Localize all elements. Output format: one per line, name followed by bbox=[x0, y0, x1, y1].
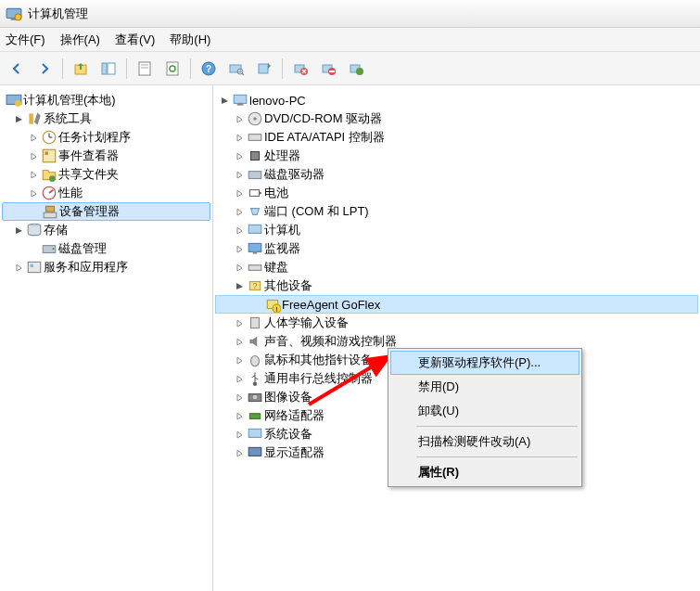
svg-rect-55 bbox=[253, 251, 258, 253]
right-disk-drives[interactable]: 磁盘驱动器 bbox=[215, 165, 698, 184]
show-hide-tree-button[interactable] bbox=[95, 56, 121, 82]
expand-icon[interactable] bbox=[234, 187, 245, 199]
left-device-manager[interactable]: 设备管理器 bbox=[2, 202, 210, 221]
disk-drive-icon bbox=[247, 166, 263, 183]
left-root[interactable]: 计算机管理(本地) bbox=[2, 91, 210, 109]
right-hid[interactable]: 人体学输入设备 bbox=[215, 314, 698, 332]
left-shared-folders[interactable]: 共享文件夹 bbox=[2, 165, 210, 184]
expand-icon[interactable] bbox=[234, 262, 245, 273]
expand-icon[interactable] bbox=[234, 113, 245, 124]
svg-rect-49 bbox=[251, 152, 260, 161]
disable-button[interactable] bbox=[315, 56, 341, 82]
svg-rect-32 bbox=[43, 149, 56, 162]
collapse-icon[interactable] bbox=[13, 113, 24, 124]
expand-icon[interactable] bbox=[234, 132, 245, 143]
left-task-scheduler[interactable]: 任务计划程序 bbox=[2, 128, 210, 147]
menu-view[interactable]: 查看(V) bbox=[115, 32, 155, 48]
expand-icon[interactable] bbox=[234, 410, 245, 421]
help-button[interactable]: ? bbox=[196, 56, 222, 82]
scan-button[interactable] bbox=[223, 56, 249, 82]
svg-point-64 bbox=[253, 381, 258, 386]
right-freeagent[interactable]: !FreeAgent GoFlex bbox=[215, 295, 698, 314]
expand-icon[interactable] bbox=[234, 373, 245, 384]
hid-icon bbox=[247, 315, 263, 331]
left-event-viewer[interactable]: 事件查看器 bbox=[2, 147, 210, 165]
disk-icon bbox=[41, 240, 57, 257]
toolbar-separator bbox=[190, 58, 191, 79]
left-performance[interactable]: 性能 bbox=[2, 184, 210, 202]
left-tree-pane[interactable]: 计算机管理(本地) 系统工具 任务计划程序 事件查看器 共享文件夹 bbox=[0, 85, 213, 591]
keyboard-icon bbox=[247, 259, 263, 276]
expand-icon[interactable] bbox=[234, 317, 245, 328]
expand-icon[interactable] bbox=[234, 225, 245, 236]
mouse-icon bbox=[247, 352, 263, 368]
toolbar: ? bbox=[0, 52, 700, 85]
services-apps-label: 服务和应用程序 bbox=[44, 259, 128, 276]
right-tree-pane[interactable]: lenovo-PC DVD/CD-ROM 驱动器 IDE ATA/ATAPI 控… bbox=[213, 85, 700, 591]
menu-file[interactable]: 文件(F) bbox=[6, 32, 45, 48]
enable-button[interactable] bbox=[343, 56, 369, 82]
shared-folders-label: 共享文件夹 bbox=[58, 166, 119, 183]
port-icon bbox=[247, 203, 263, 220]
right-keyboards[interactable]: 键盘 bbox=[215, 258, 698, 276]
menu-action[interactable]: 操作(A) bbox=[60, 32, 100, 48]
right-processors[interactable]: 处理器 bbox=[215, 147, 698, 165]
left-storage[interactable]: 存储 bbox=[2, 221, 210, 239]
uninstall-button[interactable] bbox=[287, 56, 313, 82]
right-other-devices[interactable]: ?其他设备 bbox=[215, 276, 698, 295]
ctx-uninstall[interactable]: 卸载(U) bbox=[390, 399, 579, 423]
collapse-icon[interactable] bbox=[219, 95, 230, 106]
device-manager-icon bbox=[42, 203, 58, 220]
refresh-button[interactable] bbox=[159, 56, 185, 82]
svg-rect-42 bbox=[28, 262, 41, 272]
expand-icon[interactable] bbox=[13, 262, 24, 273]
event-viewer-label: 事件查看器 bbox=[58, 148, 119, 164]
update-driver-button[interactable] bbox=[251, 56, 277, 82]
collapse-icon[interactable] bbox=[13, 225, 24, 236]
left-system-tools[interactable]: 系统工具 bbox=[2, 109, 210, 128]
ctx-disable[interactable]: 禁用(D) bbox=[390, 375, 579, 399]
right-root[interactable]: lenovo-PC bbox=[215, 91, 698, 109]
expand-icon[interactable] bbox=[234, 243, 245, 254]
shared-folder-icon bbox=[41, 166, 57, 183]
app-icon bbox=[6, 6, 22, 22]
expand-icon[interactable] bbox=[234, 392, 245, 403]
display-adapter-icon bbox=[247, 444, 263, 461]
expand-icon[interactable] bbox=[234, 336, 245, 347]
ctx-update-driver[interactable]: 更新驱动程序软件(P)... bbox=[390, 351, 579, 375]
expand-icon[interactable] bbox=[234, 354, 245, 366]
collapse-icon[interactable] bbox=[234, 280, 245, 291]
menu-help[interactable]: 帮助(H) bbox=[170, 32, 210, 48]
left-disk-management[interactable]: 磁盘管理 bbox=[2, 239, 210, 258]
expand-icon[interactable] bbox=[234, 447, 245, 458]
expand-icon[interactable] bbox=[234, 429, 245, 440]
ctx-separator bbox=[416, 456, 578, 457]
up-button[interactable] bbox=[68, 56, 94, 82]
right-ports[interactable]: 端口 (COM 和 LPT) bbox=[215, 202, 698, 221]
expand-icon[interactable] bbox=[28, 150, 39, 161]
svg-rect-48 bbox=[248, 135, 261, 141]
ctx-properties[interactable]: 属性(R) bbox=[390, 460, 579, 484]
svg-rect-4 bbox=[102, 63, 107, 74]
expand-icon[interactable] bbox=[28, 132, 39, 143]
properties-button[interactable] bbox=[132, 56, 158, 82]
expand-icon[interactable] bbox=[28, 169, 39, 180]
expand-icon[interactable] bbox=[234, 150, 245, 161]
svg-point-41 bbox=[52, 248, 54, 250]
right-batteries[interactable]: 电池 bbox=[215, 184, 698, 202]
right-ide[interactable]: IDE ATA/ATAPI 控制器 bbox=[215, 128, 698, 147]
svg-rect-62 bbox=[251, 317, 260, 328]
ctx-scan[interactable]: 扫描检测硬件改动(A) bbox=[390, 430, 579, 454]
right-dvd[interactable]: DVD/CD-ROM 驱动器 bbox=[215, 109, 698, 128]
window-title: 计算机管理 bbox=[28, 6, 88, 22]
left-services-apps[interactable]: 服务和应用程序 bbox=[2, 258, 210, 276]
expand-icon[interactable] bbox=[234, 206, 245, 217]
right-computer[interactable]: 计算机 bbox=[215, 221, 698, 239]
expand-icon[interactable] bbox=[234, 169, 245, 180]
back-button[interactable] bbox=[4, 56, 30, 82]
context-menu: 更新驱动程序软件(P)... 禁用(D) 卸载(U) 扫描检测硬件改动(A) 属… bbox=[388, 348, 582, 487]
svg-point-34 bbox=[49, 175, 56, 182]
right-monitors[interactable]: 监视器 bbox=[215, 239, 698, 258]
forward-button[interactable] bbox=[32, 56, 57, 82]
expand-icon[interactable] bbox=[28, 187, 39, 199]
